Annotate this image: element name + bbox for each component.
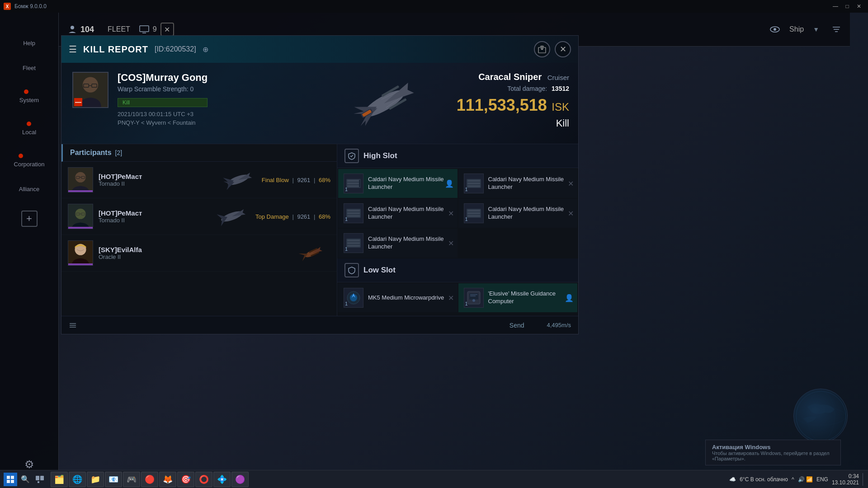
participant-1-name: [HOT]РеМаст <box>99 173 215 180</box>
send-button[interactable]: Send <box>500 320 533 331</box>
sidebar-label-system: System <box>19 97 39 103</box>
taskbar-language[interactable]: ENG <box>816 476 828 483</box>
taskbar-app-3[interactable]: 📁 <box>87 472 104 487</box>
participant-row-3[interactable]: [SKY]EvilAlfa Oracle II <box>61 235 337 272</box>
restore-btn[interactable]: □ <box>842 1 853 11</box>
participant-2-face-svg <box>68 204 93 229</box>
sidebar-label-local: Local <box>22 129 36 136</box>
taskbar-date: 13.10.2021 <box>832 479 859 486</box>
high-slot-grid: 1 Caldari Navy Medium Missile Launcher 👤 <box>337 168 578 258</box>
sidebar-item-corporation[interactable]: Corporation <box>14 154 45 168</box>
high-slot-title: High Slot <box>363 151 397 160</box>
low-slot-grid: 1 MK5 Medium Microwarpdrive ✕ <box>337 282 578 313</box>
taskbar-app-9[interactable]: ⭕ <box>195 472 212 487</box>
taskbar-chevron[interactable]: ^ <box>792 476 794 483</box>
svg-rect-48 <box>347 212 360 214</box>
slot-3-close[interactable]: ✕ <box>448 209 454 218</box>
close-btn[interactable]: ✕ <box>854 1 864 11</box>
high-slot-item-2[interactable]: 1 Caldari Navy Medium Missile Launcher ✕ <box>458 169 578 198</box>
high-slot-icon <box>344 149 359 163</box>
ship-class: Cruiser <box>547 74 569 81</box>
kill-location: PNQY-Y < Wyvern < Fountain <box>118 119 208 126</box>
taskbar-app-2[interactable]: 🌐 <box>69 472 86 487</box>
task-view-icon[interactable] <box>33 473 46 486</box>
high-slot-item-5[interactable]: 1 Caldari Navy Medium Missile Launcher ✕ <box>338 229 458 258</box>
low-slot-1-name: MK5 Medium Microwarpdrive <box>368 294 444 302</box>
sidebar-label-help: Help <box>23 40 35 47</box>
slot-5-close[interactable]: ✕ <box>448 239 454 248</box>
start-button[interactable] <box>4 473 17 486</box>
pilot-info: [COS]Murray Gong Warp Scramble Strength:… <box>118 72 208 126</box>
sidebar-label-fleet: Fleet <box>23 65 36 71</box>
high-slot-item-4[interactable]: 1 Caldari Navy Medium Missile Launcher ✕ <box>458 199 578 228</box>
svg-point-3 <box>774 28 776 31</box>
svg-point-62 <box>472 299 475 302</box>
pilot-warp-strength: Warp Scramble Strength: 0 <box>118 85 208 93</box>
slot-1-name: Caldari Navy Medium Missile Launcher <box>368 176 452 191</box>
low-slot-2-person-icon: 👤 <box>565 294 574 302</box>
window-controls: — □ ✕ <box>830 1 864 11</box>
low-slot-2-qty: 1 <box>465 301 468 306</box>
export-button[interactable] <box>534 41 550 57</box>
taskbar-app-1[interactable]: 🗂️ <box>51 472 68 487</box>
close-modal-button[interactable]: ✕ <box>555 41 571 57</box>
slot-3-name: Caldari Navy Medium Missile Launcher <box>368 206 452 221</box>
copy-id-icon[interactable]: ⊕ <box>203 45 208 54</box>
fleet-label: FLEET <box>108 25 130 33</box>
taskbar-app-6[interactable]: 🔴 <box>141 472 158 487</box>
ship-filter-label[interactable]: Ship <box>789 25 804 33</box>
low-slot-item-2[interactable]: 1 'Elusive' Missile Guidance Computer 👤 <box>458 283 578 312</box>
slot-2-close[interactable]: ✕ <box>568 179 574 188</box>
show-desktop-button[interactable] <box>863 473 864 486</box>
taskbar-app-4[interactable]: 📧 <box>105 472 122 487</box>
modal-actions: ✕ <box>534 41 571 57</box>
filter-icon[interactable] <box>832 25 841 34</box>
participant-2-damage: 9261 <box>297 213 310 220</box>
participant-1-ship-icon <box>220 166 256 193</box>
sidebar-item-help[interactable]: Help <box>23 40 35 47</box>
participant-2-rank-bar <box>68 227 93 229</box>
sidebar-item-system[interactable]: System <box>19 89 39 103</box>
participant-row-1[interactable]: [HOT]РеМаст Tornado II Final Blow | 9261 <box>61 162 337 198</box>
taskbar-app-10[interactable]: 💠 <box>213 472 231 487</box>
taskbar-app-7[interactable]: 🦊 <box>159 472 176 487</box>
hamburger-bottom-icon[interactable] <box>69 321 77 329</box>
svg-rect-73 <box>7 480 10 483</box>
hamburger-icon[interactable]: ☰ <box>69 44 77 55</box>
search-taskbar-icon[interactable]: 🔍 <box>19 473 32 486</box>
sidebar-add-button[interactable]: + <box>21 211 38 227</box>
sidebar-item-alliance[interactable]: Alliance <box>19 186 40 192</box>
total-damage-value: 13512 <box>552 85 569 92</box>
participant-3-ship-icon <box>294 239 330 267</box>
low-slot-item-1[interactable]: 1 MK5 Medium Microwarpdrive ✕ <box>338 283 458 312</box>
svg-rect-41 <box>359 180 360 187</box>
title-bar: X Бомж 9.0.0.0 — □ ✕ <box>0 0 868 13</box>
participant-row-2[interactable]: [HOT]РеМаст Tornado II Top Damage | 9261… <box>61 198 337 235</box>
taskbar-app-8[interactable]: 🎯 <box>177 472 194 487</box>
slot-3-qty: 1 <box>345 216 348 222</box>
ship-type: Caracal Sniper <box>478 72 542 82</box>
sidebar-item-fleet[interactable]: Fleet <box>23 65 36 71</box>
taskbar-app-11[interactable]: 🟣 <box>231 472 249 487</box>
globe-svg <box>794 389 848 443</box>
export-icon <box>538 45 546 53</box>
high-slot-item-3[interactable]: 1 Caldari Navy Medium Missile Launcher ✕ <box>338 199 458 228</box>
dropdown-chevron[interactable]: ▼ <box>813 26 819 33</box>
sidebar-item-local[interactable]: Local <box>22 122 36 136</box>
monitor-area: 9 ✕ <box>139 23 174 36</box>
fleet-close-button[interactable]: ✕ <box>160 23 174 36</box>
minimize-btn[interactable]: — <box>830 1 841 11</box>
pilot-name[interactable]: [COS]Murray Gong <box>118 72 208 84</box>
low-slot-2-name: 'Elusive' Missile Guidance Computer <box>488 290 572 305</box>
participant-1-ship: Tornado II <box>99 180 215 187</box>
task-view-svg <box>36 476 44 483</box>
taskbar-app-5[interactable]: 🎮 <box>123 472 140 487</box>
mwd-icon <box>345 290 362 306</box>
participant-2-name: [HOT]РеМаст <box>99 209 208 217</box>
svg-point-0 <box>71 26 74 29</box>
high-slot-item-1[interactable]: 1 Caldari Navy Medium Missile Launcher 👤 <box>338 169 458 198</box>
eye-icon <box>769 24 780 35</box>
slot-4-close[interactable]: ✕ <box>568 209 574 218</box>
svg-rect-52 <box>467 212 480 214</box>
low-slot-1-close[interactable]: ✕ <box>448 294 454 302</box>
